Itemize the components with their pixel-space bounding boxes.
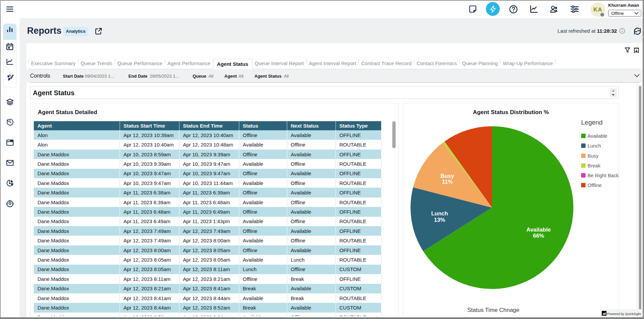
svg-text:Lunch: Lunch — [431, 210, 448, 216]
svg-text:Busy: Busy — [441, 173, 454, 179]
svg-text:66%: 66% — [533, 233, 544, 239]
svg-text:13%: 13% — [434, 217, 445, 223]
svg-text:Available: Available — [526, 227, 551, 233]
svg-text:11%: 11% — [442, 179, 453, 185]
